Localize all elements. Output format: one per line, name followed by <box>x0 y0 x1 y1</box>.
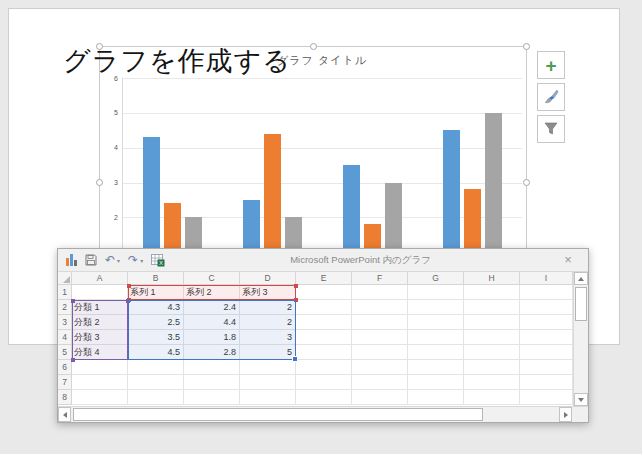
cell-D8[interactable] <box>240 390 296 405</box>
cell-A3[interactable]: 分類 2 <box>72 315 128 330</box>
cell-F7[interactable] <box>352 375 408 390</box>
cell-E3[interactable] <box>296 315 352 330</box>
scroll-left-button[interactable] <box>58 407 71 422</box>
cell-E5[interactable] <box>296 345 352 360</box>
selection-handle-top-middle[interactable] <box>310 43 317 50</box>
close-button[interactable]: × <box>552 249 584 271</box>
cell-I2[interactable] <box>520 300 573 315</box>
cell-B3[interactable]: 2.5 <box>128 315 184 330</box>
cell-B8[interactable] <box>128 390 184 405</box>
cell-F2[interactable] <box>352 300 408 315</box>
cell-I5[interactable] <box>520 345 573 360</box>
cell-D6[interactable] <box>240 360 296 375</box>
cell-I1[interactable] <box>520 285 573 300</box>
column-header-F[interactable]: F <box>352 272 408 285</box>
column-header-A[interactable]: A <box>72 272 128 285</box>
cell-B1[interactable]: 系列 1 <box>128 285 184 300</box>
cell-D2[interactable]: 2 <box>240 300 296 315</box>
cell-E1[interactable] <box>296 285 352 300</box>
cell-E7[interactable] <box>296 375 352 390</box>
column-header-E[interactable]: E <box>296 272 352 285</box>
cell-C2[interactable]: 2.4 <box>184 300 240 315</box>
cell-E8[interactable] <box>296 390 352 405</box>
cell-B4[interactable]: 3.5 <box>128 330 184 345</box>
cell-A8[interactable] <box>72 390 128 405</box>
edit-in-excel-button[interactable]: X <box>147 251 169 270</box>
scroll-down-button[interactable] <box>574 393 588 406</box>
selection-handle-middle-left[interactable] <box>96 179 103 186</box>
cell-C3[interactable]: 4.4 <box>184 315 240 330</box>
redo-dropdown-caret[interactable]: ▾ <box>140 257 143 264</box>
chart-elements-button[interactable]: + <box>537 51 565 79</box>
cell-A7[interactable] <box>72 375 128 390</box>
cell-H3[interactable] <box>464 315 520 330</box>
values-range-fill-handle[interactable] <box>292 356 298 362</box>
cell-C8[interactable] <box>184 390 240 405</box>
cell-G2[interactable] <box>408 300 464 315</box>
cell-F6[interactable] <box>352 360 408 375</box>
vertical-scroll-thumb[interactable] <box>575 287 587 321</box>
cell-I3[interactable] <box>520 315 573 330</box>
column-header-G[interactable]: G <box>408 272 464 285</box>
redo-button[interactable]: ↷ ▾ <box>124 251 147 270</box>
cell-I4[interactable] <box>520 330 573 345</box>
row-header-3[interactable]: 3 <box>58 315 72 330</box>
cell-H8[interactable] <box>464 390 520 405</box>
cell-E2[interactable] <box>296 300 352 315</box>
chart-filters-button[interactable] <box>537 115 565 143</box>
cell-I7[interactable] <box>520 375 573 390</box>
cell-D1[interactable]: 系列 3 <box>240 285 296 300</box>
cell-F5[interactable] <box>352 345 408 360</box>
cell-H1[interactable] <box>464 285 520 300</box>
undo-dropdown-caret[interactable]: ▾ <box>117 257 120 264</box>
cell-G1[interactable] <box>408 285 464 300</box>
cell-A6[interactable] <box>72 360 128 375</box>
cell-A5[interactable]: 分類 4 <box>72 345 128 360</box>
select-all-corner[interactable] <box>58 272 72 285</box>
cell-I8[interactable] <box>520 390 573 405</box>
chart-styles-button[interactable] <box>537 83 565 111</box>
cell-F8[interactable] <box>352 390 408 405</box>
row-header-5[interactable]: 5 <box>58 345 72 360</box>
row-header-6[interactable]: 6 <box>58 360 72 375</box>
cell-C5[interactable]: 2.8 <box>184 345 240 360</box>
row-header-2[interactable]: 2 <box>58 300 72 315</box>
cell-D4[interactable]: 3 <box>240 330 296 345</box>
cell-C6[interactable] <box>184 360 240 375</box>
horizontal-scrollbar[interactable] <box>58 406 588 422</box>
cell-D7[interactable] <box>240 375 296 390</box>
horizontal-scroll-thumb[interactable] <box>73 408 483 421</box>
selection-handle-middle-right[interactable] <box>523 179 530 186</box>
slide-title[interactable]: グラフを作成する <box>63 43 291 79</box>
scroll-right-button[interactable] <box>559 407 572 422</box>
selection-handle-top-right[interactable] <box>523 43 530 50</box>
cell-A4[interactable]: 分類 3 <box>72 330 128 345</box>
cell-C4[interactable]: 1.8 <box>184 330 240 345</box>
scroll-up-button[interactable] <box>574 272 588 285</box>
cell-F1[interactable] <box>352 285 408 300</box>
column-header-B[interactable]: B <box>128 272 184 285</box>
row-header-4[interactable]: 4 <box>58 330 72 345</box>
cell-H6[interactable] <box>464 360 520 375</box>
row-header-8[interactable]: 8 <box>58 390 72 405</box>
cell-G5[interactable] <box>408 345 464 360</box>
cell-H5[interactable] <box>464 345 520 360</box>
cell-D3[interactable]: 2 <box>240 315 296 330</box>
vertical-scrollbar[interactable] <box>573 272 588 406</box>
cell-H7[interactable] <box>464 375 520 390</box>
cell-E6[interactable] <box>296 360 352 375</box>
cell-C7[interactable] <box>184 375 240 390</box>
save-button[interactable] <box>81 251 101 270</box>
cell-A2[interactable]: 分類 1 <box>72 300 128 315</box>
cell-I6[interactable] <box>520 360 573 375</box>
column-header-I[interactable]: I <box>520 272 573 285</box>
undo-button[interactable]: ↶ ▾ <box>101 251 124 270</box>
cell-G7[interactable] <box>408 375 464 390</box>
cell-H2[interactable] <box>464 300 520 315</box>
row-header-7[interactable]: 7 <box>58 375 72 390</box>
column-header-D[interactable]: D <box>240 272 296 285</box>
cell-G4[interactable] <box>408 330 464 345</box>
row-header-1[interactable]: 1 <box>58 285 72 300</box>
cell-A1[interactable] <box>72 285 128 300</box>
cell-H4[interactable] <box>464 330 520 345</box>
